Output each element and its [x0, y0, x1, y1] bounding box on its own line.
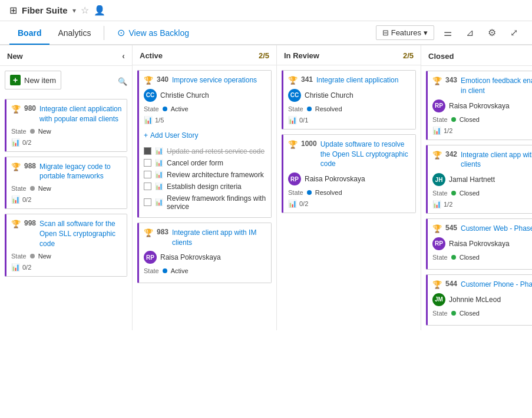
bar-icon: 📊: [155, 183, 163, 190]
state-dot-closed: [451, 117, 456, 122]
column-header-review: In Review 2/5: [277, 45, 421, 65]
view-as-backlog-btn[interactable]: ⊙ View as Backlog: [109, 21, 197, 44]
column-body-review: 🏆 341 Integrate client application CC Ch…: [277, 65, 421, 330]
progress-icon: 📊: [144, 116, 153, 124]
state-dot-closed: [451, 311, 456, 316]
trophy-icon: 🏆: [11, 105, 21, 114]
card-341-state: State Resolved: [288, 105, 411, 112]
progress-icon: 📊: [11, 195, 20, 204]
card-998[interactable]: 🏆 998 Scan all software for the Open SLL…: [5, 214, 127, 276]
features-icon: ⊟: [382, 28, 389, 37]
card-340-state: State Active: [144, 105, 266, 112]
trophy-icon: 🏆: [11, 162, 21, 171]
card-980[interactable]: 🏆 980 Integrate client application with …: [5, 99, 127, 152]
bar-icon: 📊: [155, 159, 163, 167]
card-341-assignee: CC Christie Church: [288, 89, 411, 102]
trophy-icon: 🏆: [144, 228, 153, 237]
grid-icon: ⊞: [9, 5, 17, 16]
progress-icon: 📊: [432, 127, 441, 135]
column-title-review: In Review: [284, 51, 401, 60]
card-1000[interactable]: 🏆 1000 Update software to resolve the Op…: [282, 134, 416, 213]
card-342-progress: 📊 1/2: [432, 200, 532, 208]
card-983-assignee: RP Raisa Pokrovskaya: [144, 251, 266, 264]
state-dot-closed: [451, 191, 456, 195]
card-341[interactable]: 🏆 341 Integrate client application CC Ch…: [282, 70, 416, 130]
avatar-jh: JH: [432, 173, 445, 186]
column-header-active: Active 2/5: [133, 45, 276, 65]
checkbox-2[interactable]: [144, 159, 151, 167]
checklist-item-2: 📊 Cancel order form: [144, 157, 266, 169]
column-active: Active 2/5 🏆 340 Improve service operati…: [133, 45, 277, 330]
checkbox-5[interactable]: [144, 198, 151, 206]
new-item-plus-icon: +: [10, 75, 21, 85]
top-bar: ⊞ Fiber Suite ▾ ☆ 👤: [0, 0, 532, 21]
backlog-icon: ⊙: [117, 27, 125, 38]
column-title-active: Active: [140, 51, 256, 60]
gear-btn[interactable]: ⚙: [483, 25, 501, 41]
nav-bar: Board Analytics ⊙ View as Backlog ⊟ Feat…: [0, 21, 532, 45]
new-item-btn[interactable]: + New item: [5, 71, 61, 89]
card-545[interactable]: 🏆 545 Customer Web - Phase 1 RP Raisa Po…: [426, 218, 532, 270]
caret-icon[interactable]: ▾: [72, 6, 76, 15]
card-544[interactable]: 🏆 544 Customer Phone - Phase 1 JM Johnni…: [426, 274, 532, 326]
column-count-active: 2/5: [259, 51, 269, 60]
checklist-item-1: 📊 Update and retest service code: [144, 145, 266, 157]
card-342-assignee: JH Jamal Hartnett: [432, 173, 532, 186]
board: New ‹ + New item 🔍 🏆 980 Integrate clien…: [0, 45, 532, 330]
settings-panel-btn[interactable]: ⚌: [439, 25, 457, 41]
card-1000-progress: 📊 0/2: [288, 200, 411, 208]
progress-icon: 📊: [288, 116, 297, 124]
progress-icon: 📊: [432, 200, 441, 208]
card-544-assignee: JM Johnnie McLeod: [432, 293, 532, 306]
star-icon[interactable]: ☆: [81, 5, 89, 16]
state-dot-new: [30, 129, 35, 134]
column-title-closed: Closed: [428, 52, 532, 61]
avatar-cc: CC: [144, 89, 157, 102]
column-title-new: New: [7, 52, 120, 61]
trophy-icon: 🏆: [432, 77, 442, 85]
filter-btn[interactable]: ⊿: [461, 25, 478, 41]
state-dot-closed: [451, 255, 456, 260]
add-user-story-btn[interactable]: + Add User Story: [144, 129, 266, 142]
nav-separator: [104, 26, 104, 40]
state-dot-active: [163, 268, 167, 273]
column-body-closed: 🏆 343 Emoticon feedback enabled in clien…: [421, 66, 532, 330]
trophy-icon: 🏆: [432, 280, 442, 289]
card-988[interactable]: 🏆 988 Migrate legacy code to portable fr…: [5, 157, 127, 210]
features-btn[interactable]: ⊟ Features ▾: [376, 25, 434, 40]
state-dot-resolved: [307, 190, 312, 195]
checklist-item-5: 📊 Review framework findings with service: [144, 193, 266, 213]
people-icon[interactable]: 👤: [94, 5, 105, 16]
trophy-icon: 🏆: [432, 224, 442, 233]
card-340[interactable]: 🏆 340 Improve service operations CC Chri…: [137, 70, 272, 218]
tab-analytics[interactable]: Analytics: [49, 22, 99, 45]
checkbox-3[interactable]: [144, 171, 151, 178]
card-983[interactable]: 🏆 983 Integrate client app with IM clien…: [137, 223, 272, 284]
card-988-progress: 📊 0/2: [11, 195, 122, 204]
column-body-active: 🏆 340 Improve service operations CC Chri…: [133, 65, 276, 330]
card-342[interactable]: 🏆 342 Integrate client app with IM clien…: [426, 145, 532, 214]
card-545-state: State Closed: [432, 254, 532, 261]
expand-btn[interactable]: ⤢: [505, 25, 523, 41]
state-dot-resolved: [307, 107, 312, 111]
trophy-icon: 🏆: [144, 76, 153, 85]
checkbox-1[interactable]: [144, 147, 151, 155]
search-icon[interactable]: 🔍: [118, 77, 127, 86]
checkbox-4[interactable]: [144, 183, 151, 190]
card-980-progress: 📊 0/2: [11, 138, 122, 147]
collapse-new-btn[interactable]: ‹: [122, 51, 125, 61]
card-980-state: State New: [11, 128, 122, 135]
tab-board[interactable]: Board: [9, 22, 49, 45]
trophy-icon: 🏆: [288, 140, 298, 149]
plus-icon: +: [144, 131, 148, 140]
card-343-state: State Closed: [432, 116, 532, 123]
column-new: New ‹ + New item 🔍 🏆 980 Integrate clien…: [0, 45, 133, 330]
progress-icon: 📊: [11, 263, 20, 271]
card-342-state: State Closed: [432, 190, 532, 197]
card-343[interactable]: 🏆 343 Emoticon feedback enabled in clien…: [426, 71, 532, 140]
bar-icon: 📊: [155, 171, 163, 178]
card-340-progress: 📊 1/5: [144, 116, 266, 124]
nav-actions: ⊟ Features ▾ ⚌ ⊿ ⚙ ⤢: [376, 25, 523, 41]
card-343-progress: 📊 1/2: [432, 127, 532, 135]
bar-icon: 📊: [155, 198, 163, 206]
